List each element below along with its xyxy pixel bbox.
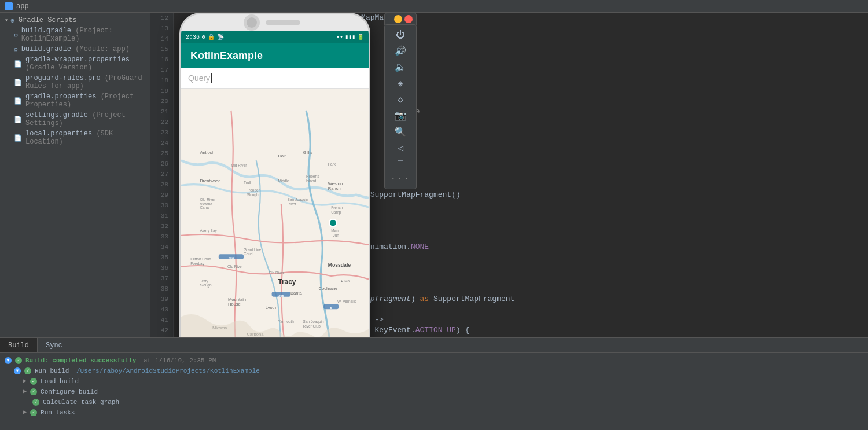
- svg-text:5: 5: [330, 307, 332, 310]
- svg-point-56: [329, 219, 337, 227]
- settings-status-icon: ⚙: [202, 34, 205, 41]
- line-num-19: 19: [161, 86, 168, 96]
- phone-map[interactable]: 580 205 5 Antioch Brentwood: [181, 89, 369, 337]
- settings-gradle-icon: 📄: [14, 116, 22, 123]
- signal-icon: ▮▮▮: [345, 34, 355, 41]
- svg-text:Mossdale: Mossdale: [328, 262, 351, 268]
- line-num-12: 12: [161, 13, 168, 23]
- app-title-text: app: [16, 2, 29, 10]
- props-file-icon: 📄: [14, 60, 22, 68]
- sidebar-item-build-gradle-module[interactable]: ⚙ build.gradle (Module: app): [0, 44, 150, 54]
- phone-camera-lens: [247, 17, 257, 28]
- line-num-34: 34: [161, 242, 168, 252]
- sidebar-section-gradle: ▾ ⚙ Gradle Scripts ⚙ build.gradle (Proje…: [0, 13, 150, 149]
- gradle-file-icon-2: ⚙: [14, 46, 18, 53]
- svg-text:Ranch: Ranch: [328, 186, 341, 191]
- search-placeholder-text: Query: [188, 73, 210, 83]
- phone-speaker: [266, 20, 300, 25]
- calculate-icon: ✓: [32, 399, 39, 406]
- line-num-37: 37: [161, 273, 168, 284]
- sidebar-item-local-properties[interactable]: 📄 local.properties (SDK Location): [0, 128, 150, 147]
- load-build-text: Load build: [41, 377, 79, 386]
- svg-text:Clifton Court: Clifton Court: [190, 257, 211, 261]
- phone-search-bar[interactable]: Query: [181, 68, 369, 89]
- line-num-16: 16: [161, 54, 168, 65]
- sidebar-item-build-gradle-project[interactable]: ⚙ build.gradle (Project: KotlinExample): [0, 25, 150, 44]
- configure-icon: ✓: [30, 388, 37, 395]
- top-bar: app: [0, 0, 868, 13]
- svg-text:Man: Man: [331, 229, 339, 233]
- svg-text:House: House: [228, 302, 241, 307]
- svg-text:Canal: Canal: [200, 205, 209, 210]
- app-icon: [5, 2, 13, 10]
- svg-text:Slough: Slough: [247, 193, 259, 197]
- tab-sync[interactable]: Sync: [38, 338, 71, 352]
- bottom-tabs: Build Sync: [0, 338, 868, 353]
- phone-app-title: KotlinExample: [190, 50, 263, 62]
- sidebar-item-gradle-wrapper[interactable]: 📄 gradle-wrapper.properties (Gradle Vers…: [0, 54, 150, 73]
- line-num-41: 41: [161, 315, 168, 325]
- square-button[interactable]: □: [398, 159, 403, 169]
- sidebar-header-gradle[interactable]: ▾ ⚙ Gradle Scripts: [0, 15, 150, 25]
- svg-text:Forebay: Forebay: [190, 262, 204, 266]
- line-num-21: 21: [161, 106, 168, 117]
- local-props-icon: 📄: [14, 134, 22, 142]
- run-build-text: Run build: [35, 366, 69, 376]
- line-num-35: 35: [161, 252, 168, 263]
- line-num-36: 36: [161, 263, 168, 273]
- svg-text:Trull: Trull: [244, 181, 251, 185]
- more-options[interactable]: ···: [391, 174, 411, 184]
- battery-icon: 🔋: [357, 34, 364, 41]
- line-num-40: 40: [161, 304, 168, 315]
- tab-build[interactable]: Build: [0, 338, 38, 352]
- svg-text:Brentwood: Brentwood: [200, 178, 220, 183]
- main-layout: ▾ ⚙ Gradle Scripts ⚙ build.gradle (Proje…: [0, 13, 868, 337]
- svg-text:Old River: Old River: [227, 264, 244, 269]
- run-tasks-icon: ✓: [30, 409, 37, 416]
- camera-button[interactable]: 📷: [395, 110, 406, 122]
- line-num-13: 13: [161, 23, 168, 34]
- emulator-close-bar: [384, 13, 417, 25]
- volume-up-button[interactable]: 🔊: [395, 45, 406, 57]
- zoom-button[interactable]: 🔍: [395, 126, 406, 138]
- svg-text:W. Vernalis: W. Vernalis: [337, 299, 356, 303]
- line-num-43: 43: [161, 336, 168, 337]
- svg-text:Grant Line: Grant Line: [244, 248, 262, 252]
- status-time: 2:36: [186, 34, 200, 41]
- sidebar-item-proguard[interactable]: 📄 proguard-rules.pro (ProGuard Rules for…: [0, 73, 150, 91]
- svg-text:Old River-: Old River-: [200, 197, 216, 201]
- line-num-28: 28: [161, 179, 168, 190]
- sidebar-item-settings-gradle[interactable]: 📄 settings.gradle (Project Settings): [0, 110, 150, 128]
- line-num-22: 22: [161, 117, 168, 127]
- line-num-32: 32: [161, 221, 168, 231]
- rotate-button[interactable]: ◈: [398, 78, 403, 89]
- svg-text:Old River: Old River: [269, 271, 285, 275]
- phone-camera: [244, 14, 260, 31]
- bottom-content: ▼ ✓ Build: completed successfully at 1/1…: [0, 353, 868, 430]
- gradle-icon: ⚙: [10, 17, 14, 24]
- line-num-29: 29: [161, 190, 168, 200]
- configure-build-text: Configure build: [41, 387, 98, 396]
- svg-text:Antioch: Antioch: [200, 150, 214, 155]
- line-num-24: 24: [161, 138, 168, 148]
- wifi-icon: ▾▾: [336, 34, 343, 41]
- line-num-39: 39: [161, 294, 168, 304]
- build-line-run-tasks: ▶ ✓ Run tasks: [5, 407, 863, 418]
- svg-text:205: 205: [278, 295, 284, 298]
- emulator-minimize-button[interactable]: [394, 15, 402, 23]
- svg-text:Old River: Old River: [231, 163, 247, 167]
- svg-text:Yarmouth: Yarmouth: [278, 319, 294, 324]
- antenna-status-icon: 📡: [217, 34, 224, 41]
- svg-text:Jun: Jun: [333, 233, 339, 237]
- rotate-back-button[interactable]: ◇: [398, 94, 403, 105]
- svg-text:Tracy: Tracy: [278, 278, 296, 286]
- power-button[interactable]: ⏻: [396, 30, 405, 41]
- svg-text:Cochrane: Cochrane: [319, 286, 338, 291]
- line-num-14: 14: [161, 34, 168, 44]
- back-button[interactable]: ◁: [398, 142, 403, 154]
- svg-text:★ Ma: ★ Ma: [340, 279, 350, 283]
- emulator-close-button[interactable]: [404, 15, 413, 23]
- svg-text:Avery Bay: Avery Bay: [200, 229, 217, 233]
- sidebar-item-gradle-properties[interactable]: 📄 gradle.properties (Project Properties): [0, 91, 150, 110]
- volume-down-button[interactable]: 🔈: [395, 61, 406, 73]
